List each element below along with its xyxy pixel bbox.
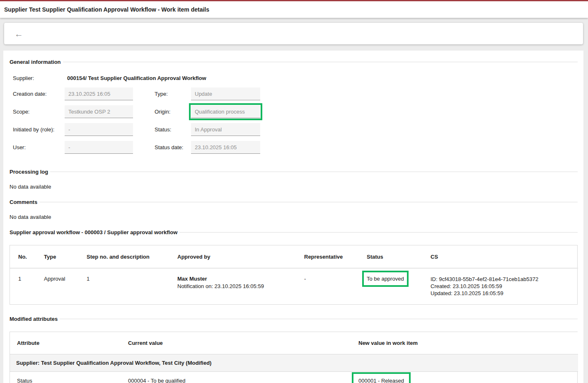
page-title: Supplier Test Supplier Qualification App… xyxy=(4,6,209,13)
initiated-by-role-field xyxy=(65,123,133,136)
back-arrow-icon: ← xyxy=(15,29,23,39)
table-row: 1 Approval 1 Max Muster Notification on:… xyxy=(10,268,578,304)
section-processing-log: Processing log xyxy=(10,169,578,175)
section-title: Modified attributes xyxy=(10,316,58,322)
col-header-attribute: Attribute xyxy=(10,332,121,354)
col-header-current-value: Current value xyxy=(121,332,351,354)
cell-type: Approval xyxy=(36,268,78,304)
supplier-row: Supplier: 000154/ Test Supplier Qualific… xyxy=(10,75,578,81)
section-modified-attributes: Modified attributes xyxy=(10,316,578,322)
section-rule xyxy=(50,172,578,172)
form-row: User: Status date: xyxy=(10,141,578,154)
col-header-new-value: New value in work item xyxy=(351,332,578,354)
cs-id: ID: 9cf43018-55b7-4ef2-81e4-71ceb1ab5372 xyxy=(431,276,576,283)
cell-step: 1 xyxy=(78,268,169,304)
processing-log-empty-text: No data available xyxy=(10,184,578,190)
scope-field xyxy=(65,105,133,118)
field-label: Status: xyxy=(155,126,191,133)
supplier-value: 000154/ Test Supplier Qualification Appr… xyxy=(67,75,206,81)
status-date-field xyxy=(191,141,260,154)
section-title: General information xyxy=(10,59,61,65)
section-title: Comments xyxy=(10,199,37,205)
table-header-row: No. Type Step no. and description Approv… xyxy=(10,245,578,268)
cell-representative: - xyxy=(296,268,358,304)
cell-new-value: 000001 - Released xyxy=(351,371,578,383)
col-header-status: Status xyxy=(358,245,422,268)
cs-created: Created: 23.10.2025 16:05:59 xyxy=(431,283,576,290)
section-general-information: General information xyxy=(10,59,578,65)
modified-attributes-table: Attribute Current value New value in wor… xyxy=(10,332,578,383)
supplier-label: Supplier: xyxy=(13,75,65,81)
table-row: Status 000004 - To be qualified 000001 -… xyxy=(10,371,578,383)
work-item-details-panel: General information Supplier: 000154/ Te… xyxy=(3,51,583,383)
origin-field-highlighted xyxy=(191,105,260,118)
field-label: Initiated by (role): xyxy=(13,126,65,133)
type-field xyxy=(191,87,260,100)
section-rule xyxy=(60,319,578,319)
cell-approved-by: Max Muster Notification on: 23.10.2025 1… xyxy=(169,268,296,304)
cell-status: To be approved xyxy=(358,268,422,304)
new-value-highlighted: 000001 - Released xyxy=(353,374,409,383)
user-field xyxy=(65,141,133,154)
form-row: Initiated by (role): Status: xyxy=(10,123,578,136)
section-title: Supplier approval workflow - 000003 / Su… xyxy=(10,229,177,235)
toolbar-card: ← xyxy=(4,23,583,44)
field-label: Type: xyxy=(155,91,191,97)
col-header-type: Type xyxy=(36,245,78,268)
field-label: Origin: xyxy=(155,109,191,115)
comments-empty-text: No data available xyxy=(10,214,578,220)
field-label: Scope: xyxy=(13,109,65,115)
creation-date-field xyxy=(65,87,133,100)
approval-workflow-table: No. Type Step no. and description Approv… xyxy=(10,245,578,305)
form-row: Creation date: Type: xyxy=(10,87,578,100)
col-header-approved-by: Approved by xyxy=(169,245,296,268)
section-rule xyxy=(39,202,578,202)
cell-no: 1 xyxy=(10,268,36,304)
field-label: Creation date: xyxy=(13,91,65,97)
cell-attribute: Status xyxy=(10,371,121,383)
section-rule xyxy=(179,232,578,233)
section-approval-workflow: Supplier approval workflow - 000003 / Su… xyxy=(10,229,578,235)
section-title: Processing log xyxy=(10,169,48,175)
col-header-representative: Representative xyxy=(296,245,358,268)
cs-updated: Updated: 23.10.2025 16:05:59 xyxy=(431,290,576,297)
section-comments: Comments xyxy=(10,199,578,205)
cell-cs: ID: 9cf43018-55b7-4ef2-81e4-71ceb1ab5372… xyxy=(422,268,578,304)
field-label: Status date: xyxy=(155,144,191,150)
table-header-row: Attribute Current value New value in wor… xyxy=(10,332,578,354)
back-button[interactable]: ← xyxy=(13,29,25,39)
col-header-cs: CS xyxy=(422,245,578,268)
form-row: Scope: Origin: xyxy=(10,105,578,118)
window-title-bar: Supplier Test Supplier Qualification App… xyxy=(0,1,588,18)
approver-notification: Notification on: 23.10.2025 16:05:59 xyxy=(177,283,293,290)
status-badge-highlighted: To be approved xyxy=(364,272,407,285)
col-header-no: No. xyxy=(10,245,36,268)
approver-name: Max Muster xyxy=(177,276,293,282)
col-header-step: Step no. and description xyxy=(78,245,169,268)
cell-current-value: 000004 - To be qualified xyxy=(121,371,351,383)
group-header-row: Supplier: Test Supplier Qualification Ap… xyxy=(10,354,578,371)
group-header-text: Supplier: Test Supplier Qualification Ap… xyxy=(10,354,578,371)
section-rule xyxy=(63,62,578,62)
field-label: User: xyxy=(13,144,65,150)
status-field xyxy=(191,123,260,136)
